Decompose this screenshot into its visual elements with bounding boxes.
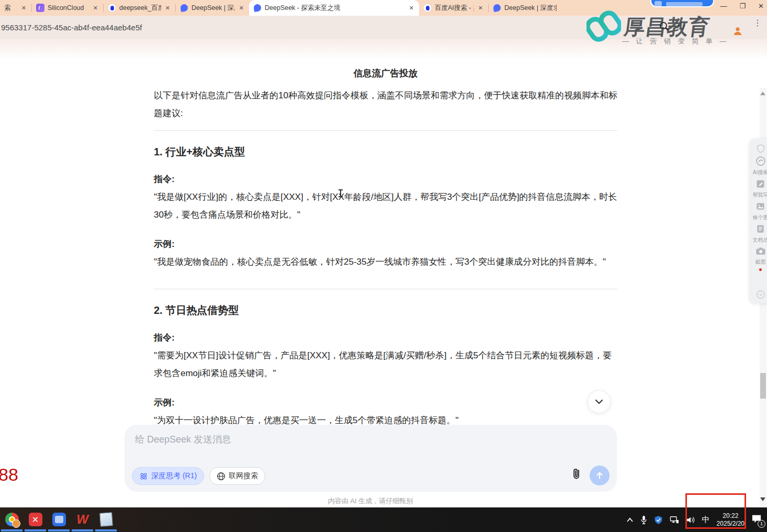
section-1-command: "我是做[XX行业]的，核心卖点是[XXX]，针对[XX年龄段/地区]人群，帮我… — [154, 188, 617, 224]
arrow-up-icon — [595, 471, 604, 480]
toolstrip-label: 截图 — [755, 258, 766, 266]
globe-icon — [217, 472, 225, 481]
section-1-heading: 1. 行业+核心卖点型 — [154, 145, 617, 159]
camera-icon[interactable] — [755, 246, 766, 256]
example-label: 示例: — [154, 235, 617, 253]
write-icon[interactable] — [755, 179, 765, 189]
tab-siliconcloud[interactable]: SiliconCloud ✕ — [32, 0, 103, 16]
taskbar-notepad[interactable] — [94, 511, 118, 528]
taskbar-chrome[interactable] — [0, 511, 24, 528]
tab-label: DeepSeek | 深度求索 — [191, 4, 235, 13]
tab-label: DeepSeek | 深度求索 — [504, 4, 557, 13]
ai-disclaimer: 内容由 AI 生成，请仔细甄别 — [0, 496, 741, 506]
screen: 索 ✕ SiliconCloud ✕ deepseek_百度搜索 ✕ DeepS… — [0, 0, 767, 532]
section-1-example: "我是做宠物食品的，核心卖点是无谷低敏，针对25-35岁一线城市养猫女性，写3个… — [154, 253, 617, 271]
tab-close-icon[interactable]: ✕ — [92, 5, 99, 12]
command-label: 指令: — [154, 171, 617, 188]
tab-label: deepseek_百度搜索 — [119, 4, 161, 13]
baidu-icon — [423, 4, 432, 12]
tray-expand-icon[interactable] — [626, 517, 634, 523]
avatar-icon — [733, 26, 742, 36]
deep-think-button[interactable]: 深度思考 (R1) — [132, 467, 204, 485]
chat-response: 信息流广告投放 以下是针对信息流广告从业者的10种高效提问指令模板，涵盖不同场景… — [154, 67, 617, 438]
toolstrip-label: 帮我写 — [753, 191, 767, 199]
wps-icon: W — [76, 512, 88, 527]
tab-close-icon[interactable]: ✕ — [20, 5, 27, 12]
tab-label: DeepSeek - 探索未至之境 — [265, 4, 405, 13]
tab-label: 百度AI搜索 - 办公学习一 — [435, 4, 474, 13]
scrollbar-down-arrow[interactable] — [760, 497, 765, 501]
red-annotation-rectangle — [685, 493, 746, 529]
red-x-icon: ✕ — [29, 513, 42, 526]
close-button[interactable]: ✕ — [758, 2, 764, 10]
tab-partial[interactable]: 索 ✕ — [0, 0, 31, 16]
tab-label: SiliconCloud — [48, 4, 89, 12]
notification-dot — [759, 268, 762, 271]
security-shield-icon[interactable] — [654, 515, 663, 525]
taskbar: ✕ W — [0, 507, 767, 532]
tab-close-icon[interactable]: ✕ — [408, 5, 415, 12]
tab-label: 索 — [4, 4, 17, 13]
microphone-icon[interactable] — [640, 515, 647, 525]
deepseek-whale-icon — [180, 4, 188, 12]
notification-center[interactable]: 1 — [751, 514, 762, 526]
section-2-heading: 2. 节日热点借势型 — [154, 303, 617, 318]
browser-ai-toolstrip: AI搜索 帮我写 修个图 文档总 截图 — [749, 139, 767, 303]
image-edit-icon[interactable] — [755, 201, 765, 211]
tab-deepseek-2[interactable]: DeepSeek | 深度求索 — [489, 0, 561, 16]
divider — [154, 130, 617, 131]
siliconcloud-icon — [36, 4, 44, 12]
red-number-overlay: 88 — [0, 465, 18, 485]
scrollbar-up-arrow[interactable] — [760, 92, 765, 95]
taskbar-wps[interactable]: W — [71, 511, 94, 528]
minimize-button[interactable]: — — [720, 2, 727, 10]
attachment-icon[interactable] — [571, 468, 582, 480]
brand-chain-icon — [586, 10, 621, 43]
tab-close-icon[interactable]: ✕ — [238, 5, 245, 12]
message-composer: 深度思考 (R1) 联网搜索 — [125, 425, 617, 492]
message-input[interactable] — [125, 425, 617, 458]
send-button[interactable] — [590, 466, 610, 485]
star-icon: ☆ — [676, 20, 686, 32]
scrollbar-thumb[interactable] — [760, 373, 766, 399]
page-title: 信息流广告投放 — [154, 67, 617, 80]
tab-deepseek-1[interactable]: DeepSeek | 深度求索 ✕ — [176, 0, 249, 16]
cropped-blue-button[interactable] — [650, 0, 714, 7]
divider — [154, 289, 617, 289]
collapse-circle-icon[interactable] — [756, 290, 765, 299]
intro-paragraph: 以下是针对信息流广告从业者的10种高效提问指令模板，涵盖不同场景和需求方向，便于… — [154, 87, 617, 122]
example-label: 示例: — [154, 394, 617, 412]
notepad-icon — [99, 512, 113, 527]
web-search-button[interactable]: 联网搜索 — [209, 467, 265, 485]
magnifier-icon — [659, 21, 670, 32]
tab-close-icon[interactable]: ✕ — [164, 5, 171, 12]
notification-badge: 1 — [758, 520, 765, 528]
chevron-down-icon — [594, 397, 604, 407]
taskbar-blue-app[interactable] — [47, 511, 71, 528]
document-icon[interactable] — [755, 224, 765, 234]
url-text[interactable]: 9563317-5285-45ac-ab4f-eea44aeb4e5f — [0, 23, 142, 32]
tab-baidu-ai-search[interactable]: 百度AI搜索 - 办公学习一 ✕ — [419, 0, 488, 16]
window-controls: — ❐ ✕ — [720, 2, 764, 10]
brand-watermark: 厚昌教育 — 让 营 销 变 简 单 — ☆ — [586, 9, 738, 49]
browser-menu-icon[interactable]: ⋮ — [753, 21, 761, 25]
command-label: 指令: — [154, 329, 617, 347]
deep-think-label: 深度思考 (R1) — [151, 471, 197, 481]
text-cursor — [338, 189, 343, 198]
chrome-icon — [5, 513, 19, 526]
brand-tagline: — 让 营 销 变 简 单 — — [622, 37, 729, 46]
deepseek-whale-icon — [493, 4, 501, 12]
restore-button[interactable]: ❐ — [739, 2, 746, 10]
blue-app-icon — [52, 513, 66, 526]
ai-search-icon[interactable] — [755, 156, 766, 166]
deep-think-icon — [139, 472, 148, 481]
tab-close-icon[interactable]: ✕ — [477, 5, 484, 12]
scroll-to-bottom-button[interactable] — [588, 390, 611, 413]
baidu-icon — [108, 4, 116, 12]
shield-icon — [756, 144, 765, 153]
tab-deepseek-baidu-search[interactable]: deepseek_百度搜索 ✕ — [104, 0, 175, 16]
tab-deepseek-active[interactable]: DeepSeek - 探索未至之境 ✕ — [249, 0, 419, 16]
composer-chips: 深度思考 (R1) 联网搜索 — [132, 467, 265, 485]
taskbar-red-app[interactable]: ✕ — [24, 511, 47, 528]
network-display-icon[interactable] — [670, 516, 679, 524]
